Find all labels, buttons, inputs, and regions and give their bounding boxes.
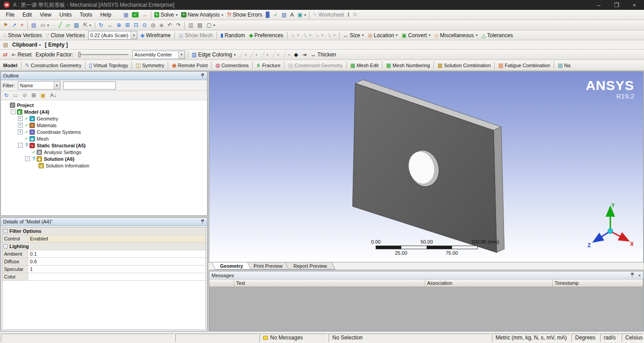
menu-edit[interactable]: Edit (18, 10, 36, 20)
details-group-lighting[interactable]: -Lighting (2, 243, 206, 250)
messages-column-index[interactable] (209, 279, 234, 287)
collapse-icon[interactable]: - (4, 244, 8, 249)
menu-units[interactable]: Units (55, 10, 76, 20)
menu-view[interactable]: View (36, 10, 55, 20)
tree-item-mesh[interactable]: ✓▦Mesh (1, 135, 207, 142)
pin-icon[interactable] (200, 73, 205, 78)
size-button[interactable]: ↔Size▾ (341, 31, 365, 40)
menu-help[interactable]: Help (96, 10, 115, 20)
previous-view-icon[interactable]: ↶ (166, 21, 174, 30)
show-hidden-items-icon[interactable]: ⊘ (21, 92, 29, 99)
tolerances-button[interactable]: △Tolerances (480, 31, 515, 40)
details-prop-value[interactable] (28, 273, 206, 280)
thicken-button[interactable]: ↔Thicken (309, 50, 338, 59)
pin-icon[interactable] (200, 219, 205, 224)
assembly-center-combo[interactable]: Assembly Center▾ (132, 51, 185, 59)
collapse-icon[interactable]: - (4, 229, 8, 233)
named-selection-button[interactable]: ▤Na (556, 61, 572, 70)
viewport-canvas[interactable]: 0.00 50.00 100.00 (mm) 25.00 75.00 Y X Z (209, 72, 643, 262)
snapshot-icon[interactable]: ▦ (122, 10, 130, 19)
collapse-environment-icon[interactable]: ▭ (11, 92, 20, 99)
tree-expander[interactable]: + (18, 123, 23, 128)
outline-filter-input[interactable] (63, 81, 116, 90)
rescale-annotation-icon[interactable]: ▥ (186, 21, 195, 30)
messages-column-association[interactable]: Association (425, 279, 553, 287)
print-icon[interactable]: ▤ (195, 21, 204, 30)
details-prop-value[interactable]: 1 (28, 266, 206, 273)
close-icon[interactable]: × (638, 273, 641, 278)
selection-info-icon[interactable]: ▤ (30, 21, 38, 30)
tree-item-geometry[interactable]: +✓●Geometry (1, 115, 207, 122)
dropdown-arrow-icon[interactable]: ▾ (131, 31, 137, 39)
iso-view-icon[interactable]: ◈ (158, 21, 165, 30)
virtual-topology-button[interactable]: ▯Virtual Topology (87, 61, 130, 70)
pan-icon[interactable]: ↔ (106, 21, 114, 30)
fit-icon[interactable]: ⊡ (132, 21, 140, 30)
magnifier-icon[interactable]: ⊙ (140, 21, 148, 30)
random-colors-button[interactable]: ▮Random (219, 31, 247, 40)
mesh-numbering-button[interactable]: ▦Mesh Numbering (384, 61, 432, 70)
filter-combo[interactable]: Name ▾ (18, 81, 60, 90)
face-select-icon[interactable]: ▱ (64, 21, 72, 30)
pen-icon[interactable]: ◆ (292, 50, 300, 59)
dropdown-arrow-icon[interactable]: ▾ (54, 81, 60, 89)
messages-column-timestamp[interactable]: Timestamp (553, 279, 643, 287)
triad-origin-sphere[interactable] (608, 229, 613, 234)
clipboard-button[interactable]: Clipboard▾ (10, 40, 42, 49)
location-button[interactable]: ◎Location▾ (366, 31, 399, 40)
vertex-select-icon[interactable]: ∙ (51, 21, 56, 30)
minimize-button[interactable]: – (597, 2, 601, 9)
close-vertices-button[interactable]: ∵Close Vertices (44, 31, 87, 40)
tree-expander[interactable]: - (11, 109, 16, 114)
next-view-icon[interactable]: ↷ (174, 21, 182, 30)
mesh-edit-button[interactable]: ▦Mesh Edit (348, 61, 380, 70)
construction-geometry-button[interactable]: ✎Construction Geometry (23, 61, 83, 70)
pin-icon[interactable] (630, 273, 635, 278)
details-prop-value[interactable]: 0.1 (28, 250, 206, 257)
label-tag-icon[interactable]: ⚑ (1, 21, 10, 30)
fatigue-combination-button[interactable]: ▨Fatigue Combination (496, 61, 552, 70)
tree-item-solution-a6[interactable]: -?◆Solution (A6) (1, 155, 207, 162)
tree-expander[interactable]: + (18, 129, 23, 134)
orientation-triad[interactable]: Y X Z (588, 202, 634, 249)
remote-point-button[interactable]: ◉Remote Point (170, 61, 209, 70)
chart-icon[interactable]: ▧ (280, 10, 288, 19)
box-zoom-icon[interactable]: ⊞ (123, 21, 131, 30)
annotation-label-icon[interactable]: A (288, 10, 296, 19)
ibeam-cursor-icon[interactable]: I (346, 10, 351, 19)
explode-scale-combo[interactable]: 0.22 (Auto Scale)▾ (88, 31, 137, 39)
show-vertices-button[interactable]: ∴Show Vertices (1, 31, 44, 40)
zoom-icon[interactable]: ⊕ (115, 21, 123, 30)
edge-coloring-button[interactable]: ▥Edge Coloring▾ (190, 50, 237, 59)
plate-body[interactable] (352, 80, 504, 253)
solve-button[interactable]: ϟSolve▾ (153, 10, 179, 19)
details-prop-value[interactable]: 0.6 (28, 258, 206, 265)
next-step-icon[interactable]: → (140, 10, 149, 19)
edge-select-icon[interactable]: ╱ (57, 21, 64, 30)
tab-report-preview[interactable]: Report Preview (285, 262, 335, 270)
fracture-button[interactable]: ⋔Fracture (254, 61, 282, 70)
thick-shells-icon[interactable]: ⇥ (300, 50, 308, 59)
hit-point-icon[interactable]: + (19, 21, 25, 30)
explode-factor-slider[interactable] (78, 51, 128, 58)
accept-icon[interactable]: ✓ (130, 10, 140, 19)
miscellaneous-button[interactable]: ◇Miscellaneous▾ (433, 31, 479, 40)
symmetry-button[interactable]: ◫Symmetry (134, 61, 166, 70)
details-group-filter-options[interactable]: -Filter Options (2, 227, 206, 235)
tab-geometry[interactable]: Geometry (212, 262, 251, 270)
sort-az-icon[interactable]: A↓ (48, 92, 58, 99)
expand-all-icon[interactable]: ⊞ (30, 92, 38, 99)
wireframe-button[interactable]: ◈Wireframe (139, 31, 173, 40)
tree-item-model-a4[interactable]: -◧Model (A4) (1, 108, 207, 115)
tree-item-analysis-settings[interactable]: ✓≣Analysis Settings (1, 149, 207, 155)
tree-item-static-structural-a5[interactable]: -?ϟStatic Structural (A5) (1, 142, 207, 149)
tab-print-preview[interactable]: Print Preview (245, 262, 291, 270)
body-select-icon[interactable]: ▧ (72, 21, 80, 30)
context-model-button[interactable]: Model (1, 61, 19, 70)
direction-icon[interactable]: ↗ (10, 21, 18, 30)
tree-expander[interactable]: - (25, 156, 30, 161)
convert-button[interactable]: ▣Convert▾ (400, 31, 432, 40)
spellcheck-icon[interactable]: ✓ (271, 10, 280, 19)
explode-reset-icon[interactable]: ⇄ (1, 50, 9, 59)
reset-button[interactable]: ⇤Reset (10, 50, 33, 59)
